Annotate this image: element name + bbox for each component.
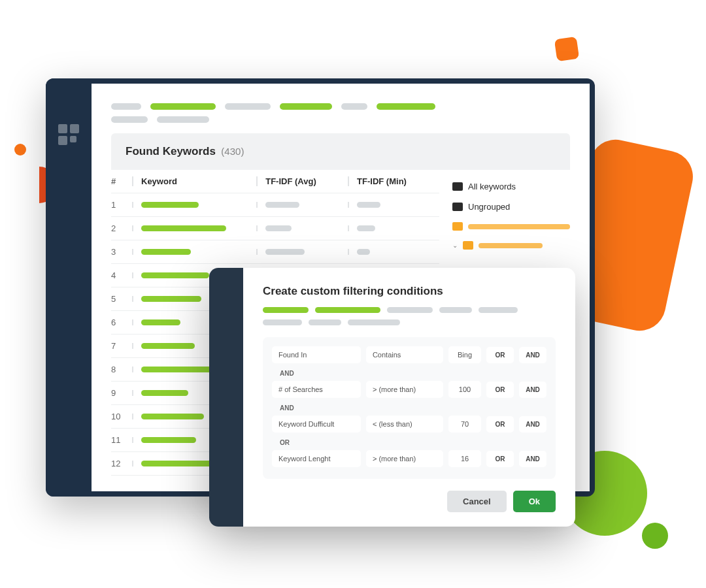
placeholder-pill: [157, 116, 209, 123]
tfidf-min-cell: [348, 202, 439, 208]
condition-value-input[interactable]: 16: [448, 450, 481, 467]
value-bar: [265, 225, 292, 231]
keyword-bar: [141, 319, 180, 325]
tfidf-min-cell: [348, 225, 439, 231]
chevron-down-icon: ⌄: [452, 242, 458, 249]
folder-icon: [452, 182, 463, 191]
keyword-cell: [132, 202, 256, 208]
condition-row: Keyword Lenght> (more than)16ORAND: [272, 450, 546, 467]
group-label: Ungrouped: [468, 202, 510, 212]
main-sidebar: [46, 78, 92, 497]
tfidf-avg-cell: [256, 202, 348, 208]
tfidf-min-cell: [348, 249, 439, 255]
modal-actions: Cancel Ok: [263, 491, 556, 512]
folder-icon: [452, 222, 463, 231]
placeholder-pill: [225, 103, 271, 110]
group-all-keywords[interactable]: All keywords: [452, 176, 570, 197]
row-number: 12: [111, 459, 132, 468]
logic-and-button[interactable]: AND: [519, 451, 546, 467]
keyword-bar: [141, 225, 226, 231]
keyword-cell: [132, 249, 256, 255]
table-row[interactable]: 2: [111, 217, 439, 240]
group-custom-1[interactable]: [452, 217, 570, 236]
condition-field-select[interactable]: Keyword Dufficult: [272, 416, 361, 433]
condition-row: Found InContainsBingORAND: [272, 346, 546, 363]
condition-field-select[interactable]: # of Searches: [272, 381, 361, 398]
placeholder-pill: [111, 103, 141, 110]
table-row[interactable]: 1: [111, 193, 439, 217]
cancel-button[interactable]: Cancel: [447, 491, 507, 512]
keyword-bar: [141, 296, 201, 302]
tfidf-avg-cell: [256, 249, 348, 255]
dashboard-icon[interactable]: [58, 124, 79, 145]
logic-or-button[interactable]: OR: [486, 382, 514, 398]
placeholder-pill: [377, 103, 435, 110]
condition-field-select[interactable]: Found In: [272, 346, 361, 363]
modal-content: Create custom filtering conditions Found…: [243, 268, 575, 527]
condition-value-input[interactable]: 100: [448, 381, 481, 398]
placeholder-pill: [263, 307, 309, 313]
table-row[interactable]: 3: [111, 240, 439, 264]
row-number: 11: [111, 435, 132, 445]
condition-operator-select[interactable]: > (more than): [366, 381, 443, 398]
placeholder-pill: [341, 103, 367, 110]
condition-value-input[interactable]: 70: [448, 416, 481, 433]
placeholder-pill: [315, 307, 380, 313]
row-number: 10: [111, 412, 132, 421]
row-number: 6: [111, 318, 132, 327]
logic-or-button[interactable]: OR: [486, 451, 514, 467]
table-header-row: # Keyword TF-IDF (Avg) TF-IDF (Min): [111, 170, 439, 193]
value-bar: [265, 202, 299, 208]
row-number: 1: [111, 200, 132, 210]
ok-button[interactable]: Ok: [513, 491, 556, 512]
condition-connector: AND: [272, 400, 546, 416]
decorative-square-orange: [554, 37, 579, 61]
condition-row: Keyword Dufficult< (less than)70ORAND: [272, 416, 546, 433]
keyword-bar: [141, 390, 188, 396]
placeholder-pill: [111, 116, 148, 123]
conditions-panel: Found InContainsBingORANDAND# of Searche…: [263, 337, 556, 479]
condition-row: # of Searches> (more than)100ORAND: [272, 381, 546, 398]
tfidf-avg-cell: [256, 225, 348, 231]
row-number: 4: [111, 270, 132, 280]
logic-or-button[interactable]: OR: [486, 347, 514, 363]
panel-title: Found Keywords: [126, 145, 216, 157]
condition-connector: AND: [272, 366, 546, 381]
col-num-header: #: [111, 176, 132, 186]
value-bar: [357, 202, 380, 208]
value-bar: [357, 249, 370, 255]
condition-operator-select[interactable]: Contains: [366, 346, 443, 363]
panel-header: Found Keywords (430): [111, 133, 570, 170]
folder-icon: [452, 203, 463, 211]
placeholder-pill: [263, 319, 302, 325]
condition-value-input[interactable]: Bing: [448, 346, 481, 363]
placeholder-pill: [309, 319, 341, 325]
filter-modal: Create custom filtering conditions Found…: [209, 268, 575, 527]
logic-and-button[interactable]: AND: [519, 382, 546, 398]
row-number: 8: [111, 365, 132, 374]
row-number: 5: [111, 294, 132, 304]
keyword-bar: [141, 367, 217, 372]
condition-field-select[interactable]: Keyword Lenght: [272, 450, 361, 467]
keyword-bar: [141, 249, 191, 255]
group-placeholder-bar: [479, 243, 543, 248]
logic-and-button[interactable]: AND: [519, 416, 546, 433]
row-number: 3: [111, 247, 132, 257]
modal-pills-row: [263, 307, 556, 325]
group-custom-2[interactable]: ⌄: [452, 236, 570, 255]
row-number: 7: [111, 341, 132, 351]
breadcrumb-row-2: [111, 116, 570, 123]
condition-operator-select[interactable]: < (less than): [366, 416, 443, 433]
condition-operator-select[interactable]: > (more than): [366, 450, 443, 467]
group-ungrouped[interactable]: Ungrouped: [452, 197, 570, 217]
keyword-bar: [141, 272, 209, 278]
logic-or-button[interactable]: OR: [486, 416, 514, 433]
col-tfidf-min-header[interactable]: TF-IDF (Min): [348, 176, 439, 186]
decorative-dot-orange: [14, 144, 26, 155]
col-tfidf-avg-header[interactable]: TF-IDF (Avg): [256, 176, 348, 186]
col-keyword-header[interactable]: Keyword: [132, 176, 256, 186]
logic-and-button[interactable]: AND: [519, 347, 546, 363]
value-bar: [357, 225, 375, 231]
row-number: 9: [111, 388, 132, 398]
placeholder-pill: [387, 307, 433, 313]
